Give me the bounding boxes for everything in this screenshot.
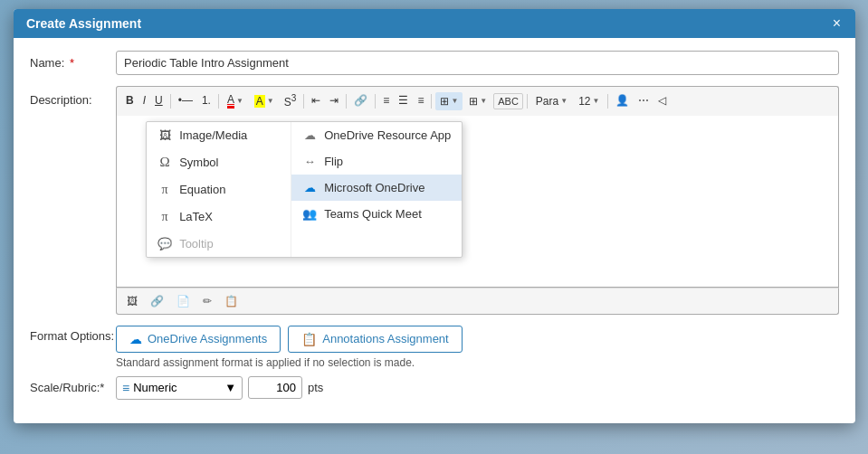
description-area: B I U •— 1. A ▼ A ▼ S3 (116, 86, 839, 315)
name-required: * (70, 56, 74, 70)
flip-label: Flip (324, 155, 343, 168)
font-color-label: A (227, 93, 234, 109)
para-label: Para (536, 95, 558, 108)
insert-dropdown-button[interactable]: ⊞ ▼ (435, 92, 463, 110)
annotations-btn-label: Annotations Assignment (322, 332, 448, 345)
table-caret: ▼ (480, 97, 487, 105)
name-row: Name: * (30, 51, 839, 75)
latex-label: LaTeX (179, 210, 213, 223)
dropdown-item-tooltip[interactable]: 💬 Tooltip (147, 231, 291, 257)
indent-in-button[interactable]: ⇥ (326, 92, 342, 110)
align-right-button[interactable]: ≡ (414, 92, 427, 110)
footer-pencil-btn[interactable]: ✏ (198, 292, 216, 310)
points-input[interactable] (248, 376, 302, 399)
highlight-label: A (254, 95, 265, 108)
description-row: Description: B I U •— 1. A ▼ A (30, 86, 839, 315)
dropdown-col-1: 🖼 Image/Media Ω Symbol π (147, 122, 291, 257)
modal-title: Create Assignment (26, 16, 141, 31)
flip-icon: ↔ (302, 155, 317, 168)
editor-toolbar: B I U •— 1. A ▼ A ▼ S3 (116, 86, 839, 116)
scale-select-value: Numeric (133, 381, 176, 394)
scale-select-icon: ≡ (122, 381, 129, 395)
insert-dropdown-menu: 🖼 Image/Media Ω Symbol π (146, 121, 463, 258)
insert-dropdown-container: ⊞ ▼ 🖼 Image/Media (435, 92, 463, 110)
highlight-caret: ▼ (267, 97, 274, 105)
teams-quick-meet-icon: 👥 (302, 207, 317, 221)
name-label: Name: * (30, 51, 116, 70)
name-input[interactable] (116, 51, 839, 75)
format-hint: Standard assignment format is applied if… (116, 356, 463, 369)
underline-button[interactable]: U (151, 92, 167, 110)
superscript-button[interactable]: S3 (281, 90, 300, 112)
modal-header: Create Assignment × (14, 9, 855, 38)
tooltip-icon: 💬 (157, 237, 172, 251)
bullet-list-button[interactable]: •— (175, 92, 196, 110)
format-options-label: Format Options: (30, 326, 116, 343)
fontsize-dropdown-button[interactable]: 12 ▼ (574, 92, 604, 110)
separator-4 (346, 94, 347, 109)
equation-label: Equation (179, 183, 225, 196)
separator-8 (607, 94, 608, 109)
microsoft-onedrive-label: Microsoft OneDrive (324, 181, 424, 194)
fontsize-value: 12 (578, 95, 590, 108)
create-assignment-modal: Create Assignment × Name: * Description:… (14, 9, 855, 423)
microsoft-onedrive-icon: ☁ (302, 181, 317, 194)
scale-select-wrapper: ≡ Numeric ▼ pts (116, 376, 323, 400)
table-dropdown-button[interactable]: ⊞ ▼ (464, 92, 491, 110)
separator-1 (170, 94, 171, 109)
image-media-label: Image/Media (179, 128, 247, 142)
onedrive-resource-icon: ☁ (302, 128, 317, 142)
dropdown-item-equation[interactable]: π Equation (147, 176, 291, 203)
onedrive-btn-icon: ☁ (129, 332, 142, 346)
separator-6 (431, 94, 432, 109)
collapse-button[interactable]: ◁ (654, 92, 670, 110)
footer-doc-btn[interactable]: 📄 (172, 292, 195, 310)
onedrive-resource-label: OneDrive Resource App (324, 128, 451, 142)
dropdown-item-latex[interactable]: π LaTeX (147, 203, 291, 231)
dropdown-item-symbol[interactable]: Ω Symbol (147, 148, 291, 176)
insert-icon: ⊞ (440, 95, 449, 108)
equation-icon: π (157, 183, 172, 197)
para-caret: ▼ (560, 97, 568, 105)
separator-7 (527, 94, 528, 109)
dropdown-item-flip[interactable]: ↔ Flip (291, 148, 462, 175)
teams-quick-meet-label: Teams Quick Meet (324, 207, 422, 221)
link-button[interactable]: 🔗 (350, 92, 371, 110)
dropdown-item-teams-quick-meet[interactable]: 👥 Teams Quick Meet (291, 201, 462, 227)
dropdown-item-image-media[interactable]: 🖼 Image/Media (147, 122, 291, 148)
footer-clipboard-btn[interactable]: 📋 (220, 292, 243, 310)
para-dropdown-button[interactable]: Para ▼ (531, 92, 572, 110)
scale-select[interactable]: ≡ Numeric ▼ (116, 376, 243, 400)
spellcheck-button[interactable]: ABC (493, 93, 523, 109)
highlight-dropdown[interactable]: A ▼ (250, 92, 279, 110)
indent-out-button[interactable]: ⇤ (308, 92, 324, 110)
align-left-button[interactable]: ≡ (379, 92, 393, 110)
editor-footer: 🖼 🔗 📄 ✏ 📋 (116, 288, 839, 315)
insert-caret: ▼ (451, 97, 458, 105)
modal-close-button[interactable]: × (831, 16, 843, 31)
font-color-dropdown[interactable]: A ▼ (223, 90, 248, 111)
symbol-icon: Ω (157, 155, 172, 170)
more-options-button[interactable]: 👤 (612, 92, 633, 110)
dropdown-item-microsoft-onedrive[interactable]: ☁ Microsoft OneDrive (291, 175, 462, 201)
align-center-button[interactable]: ☰ (395, 92, 412, 110)
separator-2 (218, 94, 219, 109)
format-options-row: Format Options: ☁ OneDrive Assignments 📋… (30, 326, 839, 369)
ordered-list-button[interactable]: 1. (198, 92, 215, 110)
modal-body: Name: * Description: B I U •— 1. A (14, 38, 855, 423)
dropdown-item-onedrive-resource[interactable]: ☁ OneDrive Resource App (291, 122, 462, 148)
footer-link-btn[interactable]: 🔗 (146, 292, 168, 310)
separator-5 (375, 94, 376, 109)
italic-button[interactable]: I (139, 92, 149, 110)
format-buttons: ☁ OneDrive Assignments 📋 Annotations Ass… (116, 326, 463, 353)
font-color-caret: ▼ (236, 97, 243, 105)
extra-button[interactable]: ⋯ (634, 92, 653, 110)
format-options-content: ☁ OneDrive Assignments 📋 Annotations Ass… (116, 326, 463, 369)
dropdown-columns: 🖼 Image/Media Ω Symbol π (147, 122, 462, 257)
onedrive-assignments-button[interactable]: ☁ OneDrive Assignments (116, 326, 281, 353)
footer-image-btn[interactable]: 🖼 (122, 292, 142, 310)
onedrive-btn-label: OneDrive Assignments (148, 332, 267, 345)
annotations-assignment-button[interactable]: 📋 Annotations Assignment (288, 326, 462, 353)
bold-button[interactable]: B (122, 92, 138, 110)
scale-rubric-label: Scale/Rubric:* (30, 381, 116, 394)
